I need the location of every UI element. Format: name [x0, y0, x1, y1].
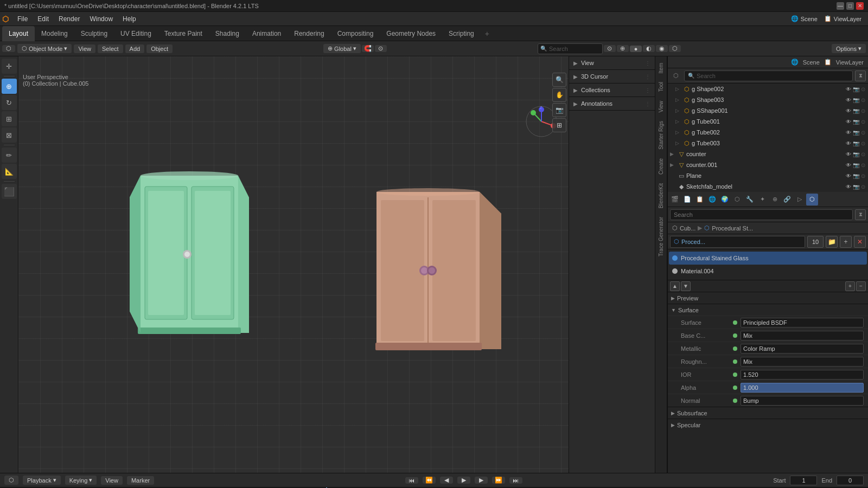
tab-compositing[interactable]: Compositing	[331, 26, 380, 41]
camera-restrict-icon[interactable]: 📷	[852, 140, 860, 146]
orientation-button[interactable]: ⊕ Global ▾	[323, 44, 361, 53]
outliner-menu-button[interactable]: ⬡	[670, 70, 682, 82]
maximize-button[interactable]: □	[846, 2, 854, 10]
properties-filter-button[interactable]: ⧗	[855, 209, 866, 220]
output-props-icon[interactable]: 📄	[681, 194, 693, 206]
tree-item-sketchfab[interactable]: ◆ Sketchfab_model 👁 📷 ⊙	[668, 181, 868, 192]
camera-restrict-icon[interactable]: 📷	[852, 97, 860, 103]
play-next-frame-button[interactable]: ▶	[475, 477, 488, 484]
add-cube-button[interactable]: ⬛	[2, 184, 17, 199]
overlay-button[interactable]: ⊙	[604, 45, 616, 52]
eye-icon[interactable]: 👁	[845, 184, 852, 190]
play-next-button[interactable]: ⏩	[492, 477, 505, 484]
menu-edit[interactable]: Edit	[33, 14, 53, 24]
select-restrict-icon[interactable]: ⊙	[860, 162, 866, 168]
pan-button[interactable]: ✋	[552, 88, 566, 102]
material-props-icon[interactable]: ⬡	[806, 194, 818, 206]
base-color-value[interactable]: Mix	[741, 331, 864, 341]
move-tool-button[interactable]: ⊕	[2, 79, 17, 94]
select-restrict-icon[interactable]: ⊙	[860, 173, 866, 179]
delete-material-button[interactable]: ✕	[854, 236, 866, 248]
view-menu-button[interactable]: View	[74, 44, 95, 53]
tab-rendering[interactable]: Rendering	[288, 26, 330, 41]
tree-item-plane[interactable]: ▭ Plane 👁 📷 ⊙	[668, 170, 868, 181]
measure-tool-button[interactable]: 📐	[2, 164, 17, 179]
side-tab-create[interactable]: Create	[656, 154, 666, 179]
tree-item-gtube003[interactable]: ▷ ⬡ g Tube003 👁 📷 ⊙	[668, 138, 868, 149]
modifier-props-icon[interactable]: 🔧	[744, 194, 756, 206]
tab-uv-editing[interactable]: UV Editing	[114, 26, 158, 41]
play-prev-frame-button[interactable]: ◀	[440, 477, 453, 484]
editor-type-button[interactable]: ⬡	[2, 45, 15, 52]
tree-item-gtube002[interactable]: ▷ ⬡ g Tube002 👁 📷 ⊙	[668, 127, 868, 138]
play-last-button[interactable]: ⏭	[509, 477, 522, 484]
normal-value[interactable]: Bump	[741, 396, 864, 406]
camera-restrict-icon[interactable]: 📷	[852, 162, 860, 168]
playback-button[interactable]: Playback ▾	[23, 476, 61, 485]
eye-icon[interactable]: 👁	[845, 108, 852, 114]
tab-scripting[interactable]: Scripting	[442, 26, 481, 41]
tree-item-gshape003[interactable]: ▷ ⬡ g Shape003 👁 📷 ⊙	[668, 94, 868, 105]
mat-list-down-button[interactable]: ▼	[681, 281, 691, 291]
eye-icon[interactable]: 👁	[845, 173, 852, 179]
end-frame-field[interactable]: 0	[837, 476, 864, 485]
select-restrict-icon[interactable]: ⊙	[860, 130, 866, 136]
object-menu-button[interactable]: Object	[146, 44, 173, 53]
ior-value[interactable]: 1.520	[741, 370, 864, 380]
tab-shading[interactable]: Shading	[209, 26, 246, 41]
eye-icon[interactable]: 👁	[845, 119, 852, 125]
snap-button[interactable]: 🧲	[362, 45, 374, 52]
overlay-annotations-item[interactable]: ▶ Annotations ⋮	[569, 97, 655, 110]
mat-add-slot-button[interactable]: +	[845, 281, 855, 291]
eye-icon[interactable]: 👁	[845, 86, 852, 92]
camera-restrict-icon[interactable]: 📷	[852, 130, 860, 136]
marker-button[interactable]: Marker	[127, 476, 154, 485]
camera-restrict-icon[interactable]: 📷	[852, 119, 860, 125]
camera-view-button[interactable]: 📷	[552, 103, 566, 117]
gizmo-button[interactable]: ⊕	[617, 45, 629, 52]
tree-item-gsshape001[interactable]: ▷ ⬡ g SShape001 👁 📷 ⊙	[668, 105, 868, 116]
view-layer-props-icon[interactable]: 📋	[694, 194, 706, 206]
select-restrict-icon[interactable]: ⊙	[860, 184, 866, 190]
tab-modeling[interactable]: Modeling	[35, 26, 74, 41]
eye-icon[interactable]: 👁	[845, 97, 852, 103]
side-tab-view[interactable]: View	[656, 97, 666, 117]
camera-restrict-icon[interactable]: 📷	[852, 173, 860, 179]
tree-item-counter[interactable]: ▶ ▽ counter 👁 📷 ⊙	[668, 149, 868, 159]
tab-texture-paint[interactable]: Texture Paint	[158, 26, 209, 41]
material-name-field[interactable]: ⬡ Proced...	[670, 236, 805, 248]
viewport-3d[interactable]: User Perspective (0) Collection | Cube.0…	[18, 56, 569, 473]
material-item-material004[interactable]: Material.004	[669, 265, 867, 278]
view-tl-button[interactable]: View	[101, 476, 123, 485]
scale-tool-button[interactable]: ⊞	[2, 111, 17, 126]
rotate-tool-button[interactable]: ↻	[2, 95, 17, 110]
tree-item-gshape002[interactable]: ▷ ⬡ g Shape002 👁 📷 ⊙	[668, 84, 868, 94]
properties-search-input[interactable]	[670, 209, 853, 220]
search-field[interactable]: 🔍 Search	[538, 43, 603, 54]
roughness-value[interactable]: Mix	[741, 357, 864, 367]
select-restrict-icon[interactable]: ⊙	[860, 86, 866, 92]
select-restrict-icon[interactable]: ⊙	[860, 140, 866, 146]
side-tab-blenderkit[interactable]: BlenderKit	[656, 179, 666, 213]
object-mode-button[interactable]: ⬡ Object Mode ▾	[17, 44, 72, 53]
surface-value[interactable]: Principled BSDF	[741, 318, 864, 328]
tree-item-gtube001[interactable]: ▷ ⬡ g Tube001 👁 📷 ⊙	[668, 116, 868, 127]
render-props-icon[interactable]: 🎬	[669, 194, 681, 206]
alpha-value[interactable]: 1.000	[741, 383, 864, 393]
constraints-props-icon[interactable]: 🔗	[781, 194, 793, 206]
overlay-view-item[interactable]: ▶ View ⋮	[569, 56, 655, 69]
select-menu-button[interactable]: Select	[98, 44, 123, 53]
outliner-filter-button[interactable]: ⧗	[855, 70, 866, 81]
eye-icon[interactable]: 👁	[845, 130, 852, 136]
surface-section-header[interactable]: ▼ Surface	[668, 304, 868, 316]
overlay-collections-item[interactable]: ▶ Collections ⋮	[569, 84, 655, 97]
grid-view-button[interactable]: ⊞	[552, 118, 566, 132]
camera-restrict-icon[interactable]: 📷	[852, 184, 860, 190]
eye-icon[interactable]: 👁	[845, 140, 852, 146]
object-props-icon[interactable]: ⬡	[731, 194, 743, 206]
select-restrict-icon[interactable]: ⊙	[860, 108, 866, 114]
camera-restrict-icon[interactable]: 📷	[852, 86, 860, 92]
new-material-button[interactable]: +	[840, 236, 852, 248]
camera-restrict-icon[interactable]: 📷	[852, 108, 860, 114]
material-item-procedural-stained-glass[interactable]: Procedural Stained Glass	[669, 252, 867, 265]
